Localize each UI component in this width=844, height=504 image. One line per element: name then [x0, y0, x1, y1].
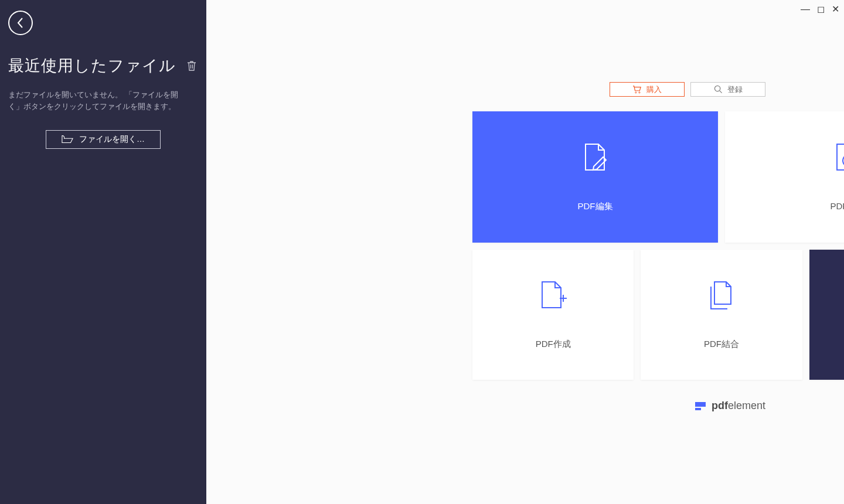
document-convert-icon	[833, 143, 845, 172]
maximize-button[interactable]: ◻	[816, 4, 826, 15]
clear-recent-button[interactable]	[186, 60, 197, 71]
open-file-label: ファイルを開く…	[79, 134, 145, 145]
folder-open-icon	[62, 135, 73, 144]
minimize-button[interactable]: —	[799, 4, 811, 15]
brand-mark-icon	[695, 402, 706, 410]
document-edit-icon	[582, 143, 609, 172]
tile-pdf-combine[interactable]: PDF結合	[641, 250, 802, 380]
tile-label: PDF変換	[831, 201, 845, 212]
tile-pdf-edit[interactable]: PDF編集	[472, 111, 718, 243]
recent-files-empty-message: まだファイルを開いていません。 「ファイルを開く」ボタンをクリックしてファイルを…	[8, 89, 184, 113]
buy-label: 購入	[646, 84, 662, 95]
cart-icon	[632, 86, 642, 94]
register-button[interactable]: 登録	[690, 82, 765, 97]
register-label: 登録	[727, 84, 743, 95]
window-controls: — ◻ ✕	[799, 4, 840, 15]
recent-files-title: 最近使用したファイル	[8, 55, 176, 76]
tile-pdf-convert[interactable]: PDF変換	[725, 111, 844, 243]
open-file-button[interactable]: ファイルを開く…	[46, 130, 161, 149]
svg-point-1	[639, 91, 640, 93]
buy-button[interactable]: 購入	[610, 82, 685, 97]
search-icon	[714, 85, 723, 94]
chevron-left-icon	[16, 17, 25, 29]
back-button[interactable]	[8, 11, 33, 35]
action-tiles: PDF編集 PDF変換 PDF作成	[472, 111, 844, 380]
document-stack-icon	[707, 281, 736, 310]
top-actions: 購入 登録	[610, 82, 765, 97]
brand-logo: pdfelement	[695, 400, 765, 412]
svg-point-2	[714, 86, 720, 91]
tile-label: PDF編集	[578, 201, 613, 212]
tile-pdf-create[interactable]: PDF作成	[472, 250, 634, 380]
document-plus-icon	[540, 281, 567, 310]
main-area: — ◻ ✕ 購入 登録 PDF編集	[206, 0, 844, 504]
trash-icon	[186, 60, 197, 71]
recent-files-header: 最近使用したファイル	[8, 55, 198, 76]
sidebar: 最近使用したファイル まだファイルを開いていません。 「ファイルを開く」ボタンを…	[0, 0, 206, 504]
tile-label: PDF作成	[536, 339, 571, 350]
brand-text: pdfelement	[712, 400, 765, 412]
tile-label: PDF結合	[704, 339, 739, 350]
tile-pdf-template[interactable]: PDFテンプレート	[809, 250, 844, 380]
svg-point-0	[635, 91, 637, 93]
close-button[interactable]: ✕	[831, 4, 840, 15]
